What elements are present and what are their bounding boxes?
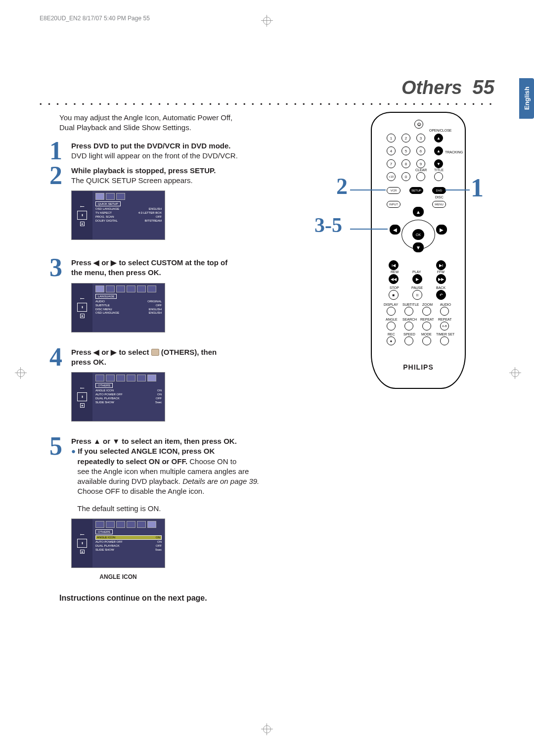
num-5-button[interactable]: 5 [401, 146, 410, 155]
angle-button[interactable] [387, 322, 396, 331]
step-text: The QUICK SETUP Screen appears. [71, 176, 193, 185]
num-3-button[interactable]: 3 [416, 134, 425, 142]
step-number: 3 [49, 257, 71, 337]
tracking-up-button[interactable]: ▲ [434, 146, 443, 155]
num-6-button[interactable]: 6 [416, 146, 425, 155]
screenshot-caption: ANGLE ICON [71, 573, 165, 581]
dpad-right-button[interactable]: ▶ [436, 225, 447, 235]
ok-button[interactable]: OK [412, 229, 424, 240]
callout-3-5: 3-5 [314, 215, 342, 236]
num-4-button[interactable]: 4 [387, 146, 396, 155]
step-bold: Press ◀ or ▶ to select CUSTOM at the top… [71, 258, 227, 267]
step-bold: the menu, then press OK. [71, 268, 161, 277]
step-bold: repeatedly to select ON or OFF. [78, 457, 188, 466]
subtitle-label: SUBTITLE [402, 303, 419, 306]
step-number: 5 [49, 435, 71, 581]
remote-brand: PHILIPS [372, 363, 465, 371]
step-number: 1 [49, 140, 71, 162]
rew-button[interactable]: ◀◀ [389, 274, 399, 284]
language-tab: English [519, 78, 534, 119]
num-0-button[interactable]: 0 [401, 172, 410, 181]
eject-button[interactable]: ▲ [434, 134, 443, 142]
power-icon: ⏻ [417, 122, 421, 127]
subtitle-button[interactable] [404, 307, 413, 316]
step-bold: While playback is stopped, press SETUP. [71, 166, 216, 175]
timer-set-button[interactable] [440, 336, 449, 345]
mode-label: MODE [421, 332, 432, 336]
step-3: 3 Press ◀ or ▶ to select CUSTOM at the t… [49, 257, 262, 337]
play-button[interactable]: ▶ [412, 274, 422, 284]
audio-button[interactable] [440, 307, 449, 316]
tracking-down-button[interactable]: ▼ [434, 159, 443, 168]
search-label: SEARCH [402, 318, 417, 321]
angle-label: ANGLE [386, 318, 398, 321]
intro-text: You may adjust the Angle Icon, Automatic… [59, 113, 247, 133]
step-4: 4 Press ◀ or ▶ to select (OTHERS), then … [49, 346, 262, 427]
zoom-label: ZOOM [422, 303, 433, 306]
dpad-left-button[interactable]: ◀ [390, 225, 400, 235]
ffw-button[interactable]: ▶▶ [436, 274, 446, 284]
num-1-button[interactable]: 1 [387, 134, 396, 142]
step-5: 5 Press ▲ or ▼ to select an item, then p… [49, 435, 262, 581]
page-title-word: Others [401, 77, 462, 98]
display-label: DISPLAY [384, 303, 398, 306]
dvd-button[interactable]: DVD [432, 187, 446, 194]
mode-button[interactable] [422, 336, 431, 345]
num-8-button[interactable]: 8 [401, 159, 410, 168]
input-button[interactable]: INPUT [387, 201, 400, 208]
num-2-button[interactable]: 2 [401, 134, 410, 142]
osd-screenshot-others: ⟵ ⬍ ⏏ OTHERS ANGLE ICONON AUTO POWER OFF… [71, 372, 165, 422]
intro-line-2: Dual Playback and Slide Show Settings. [59, 123, 191, 132]
stop-button[interactable]: ■ [389, 290, 399, 300]
step-2: 2 While playback is stopped, press SETUP… [49, 165, 262, 245]
step-number: 2 [49, 165, 71, 245]
step-bold: Press ◀ or ▶ to select [71, 348, 151, 356]
rec-button[interactable]: ● [387, 336, 396, 345]
title-label: TITLE [434, 168, 444, 172]
menu-button[interactable]: MENU [432, 201, 446, 208]
step-text: Choose ON to [187, 457, 236, 466]
setup-button[interactable]: SETUP [409, 187, 423, 194]
pause-button[interactable]: II [412, 290, 422, 300]
back-button[interactable]: ↶ [436, 290, 446, 300]
back-label: BACK [436, 286, 445, 289]
repeat-button[interactable] [422, 322, 431, 331]
page-title-number: 55 [473, 76, 495, 98]
next-button[interactable]: ▶I [436, 260, 446, 270]
callout-line [350, 229, 388, 230]
plus10-button[interactable]: +10 [387, 172, 396, 181]
osd-section-label: OTHERS [95, 383, 113, 388]
crop-mark-icon [261, 723, 273, 735]
speed-button[interactable] [404, 336, 413, 345]
title-button[interactable] [434, 172, 443, 181]
play-label: PLAY [412, 270, 421, 274]
num-9-button[interactable]: 9 [416, 159, 425, 168]
step-text: The default setting is ON. [77, 504, 161, 513]
search-button[interactable] [404, 322, 413, 331]
zoom-button[interactable] [422, 307, 431, 316]
rew-label: REW [391, 270, 399, 274]
rec-label: REC [388, 332, 395, 336]
repeat-label: REPEAT [420, 318, 434, 321]
power-button[interactable]: ⏻ [414, 120, 423, 129]
vcr-button[interactable]: VCR [387, 187, 400, 194]
display-button[interactable] [387, 307, 396, 316]
step-text: Choose OFF to disable the Angle icon. [78, 487, 205, 495]
others-tab-icon [151, 349, 159, 356]
crop-mark-icon [15, 367, 27, 379]
osd-screenshot-quick-setup: ⟵ ⬍ ⏏ QUICK SETUP OSD LANGUAGEENGLISH TV… [71, 190, 165, 240]
callout-line [350, 189, 386, 190]
crop-mark-icon [509, 367, 521, 379]
audio-label: AUDIO [440, 303, 451, 306]
prev-button[interactable]: I◀ [389, 260, 399, 270]
step-number: 4 [49, 346, 71, 427]
pause-label: PAUSE [411, 286, 423, 289]
divider-dots: • • • • • • • • • • • • • • • • • • • • … [40, 100, 494, 108]
repeat-ab-button[interactable]: A-B [440, 322, 449, 331]
clear-button[interactable] [416, 172, 425, 181]
num-7-button[interactable]: 7 [387, 159, 396, 168]
step-bold: Press DVD to put the DVD/VCR in DVD mode… [71, 142, 231, 150]
dpad-up-button[interactable]: ▲ [413, 207, 424, 217]
step-text: DVD light will appear on the front of th… [71, 151, 238, 160]
dpad-down-button[interactable]: ▼ [413, 242, 424, 252]
